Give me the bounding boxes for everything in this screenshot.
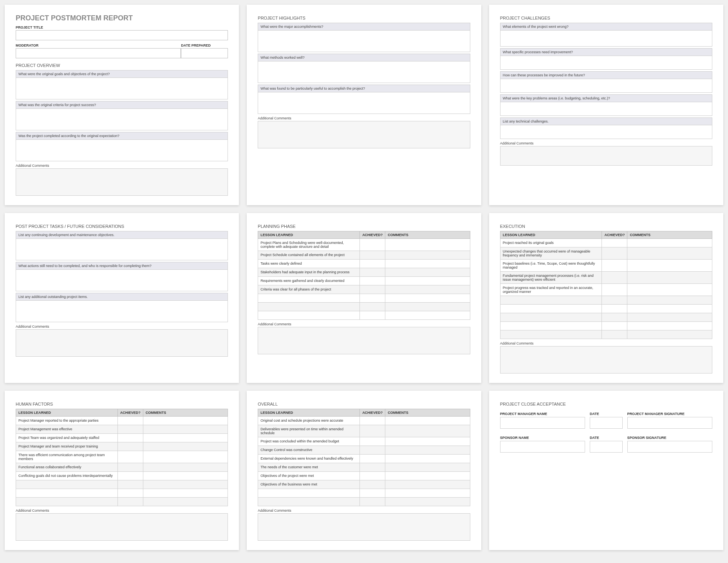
achieved-cell[interactable] (117, 480, 143, 489)
comments-cell[interactable] (385, 251, 470, 260)
p3-q4-box[interactable] (500, 102, 712, 116)
achieved-cell[interactable] (602, 296, 627, 305)
comments-cell[interactable] (385, 239, 470, 251)
achieved-cell[interactable] (117, 442, 143, 451)
achieved-cell[interactable] (360, 277, 385, 285)
achieved-cell[interactable] (602, 313, 627, 322)
comments-cell[interactable] (385, 455, 470, 463)
p8-comments-box[interactable] (258, 513, 470, 541)
achieved-cell[interactable] (602, 305, 627, 313)
achieved-cell[interactable] (360, 239, 385, 251)
comments-cell[interactable] (627, 313, 712, 322)
achieved-cell[interactable] (602, 260, 627, 272)
p3-q2-box[interactable] (500, 56, 712, 70)
comments-cell[interactable] (627, 284, 712, 296)
achieved-cell[interactable] (117, 451, 143, 463)
p4-comments-box[interactable] (16, 329, 228, 357)
p7-comments-box[interactable] (16, 513, 228, 541)
comments-cell[interactable] (143, 417, 228, 425)
comments-cell[interactable] (143, 451, 228, 463)
comments-cell[interactable] (143, 480, 228, 489)
p4-q2-box[interactable] (16, 269, 228, 291)
comments-cell[interactable] (385, 311, 470, 320)
p3-q5-box[interactable] (500, 125, 712, 139)
comments-cell[interactable] (385, 417, 470, 425)
comments-cell[interactable] (143, 442, 228, 451)
achieved-cell[interactable] (602, 330, 627, 339)
p2-q3-box[interactable] (258, 92, 470, 114)
achieved-cell[interactable] (117, 425, 143, 434)
comments-cell[interactable] (385, 480, 470, 489)
moderator-input[interactable] (16, 48, 181, 58)
p2-comments-box[interactable] (258, 121, 470, 148)
achieved-cell[interactable] (117, 417, 143, 425)
achieved-cell[interactable] (360, 268, 385, 277)
achieved-cell[interactable] (360, 425, 385, 437)
pm-sig-input[interactable] (627, 417, 712, 429)
comments-cell[interactable] (627, 330, 712, 339)
achieved-cell[interactable] (602, 239, 627, 247)
p1-q3-box[interactable] (16, 139, 228, 161)
achieved-cell[interactable] (360, 455, 385, 463)
comments-cell[interactable] (143, 472, 228, 480)
comments-cell[interactable] (385, 425, 470, 437)
achieved-cell[interactable] (360, 285, 385, 294)
comments-cell[interactable] (385, 260, 470, 268)
p1-comments-box[interactable] (16, 168, 228, 196)
p1-q1-box[interactable] (16, 78, 228, 99)
sp-name-input[interactable] (500, 441, 585, 453)
sp-sig-input[interactable] (627, 441, 712, 453)
comments-cell[interactable] (385, 463, 470, 472)
comments-cell[interactable] (385, 489, 470, 498)
pm-name-input[interactable] (500, 417, 585, 429)
achieved-cell[interactable] (360, 251, 385, 260)
achieved-cell[interactable] (360, 303, 385, 311)
comments-cell[interactable] (627, 239, 712, 247)
p5-comments-box[interactable] (258, 327, 470, 354)
comments-cell[interactable] (385, 498, 470, 506)
achieved-cell[interactable] (360, 260, 385, 268)
comments-cell[interactable] (385, 277, 470, 285)
comments-cell[interactable] (385, 303, 470, 311)
achieved-cell[interactable] (117, 434, 143, 442)
p6-comments-box[interactable] (500, 346, 712, 374)
p2-q1-box[interactable] (258, 30, 470, 52)
p4-q3-box[interactable] (16, 300, 228, 322)
achieved-cell[interactable] (360, 437, 385, 446)
achieved-cell[interactable] (360, 311, 385, 320)
achieved-cell[interactable] (360, 498, 385, 506)
comments-cell[interactable] (143, 463, 228, 472)
comments-cell[interactable] (627, 322, 712, 330)
comments-cell[interactable] (143, 498, 228, 506)
achieved-cell[interactable] (360, 446, 385, 455)
comments-cell[interactable] (385, 437, 470, 446)
comments-cell[interactable] (627, 260, 712, 272)
comments-cell[interactable] (627, 272, 712, 284)
comments-cell[interactable] (627, 296, 712, 305)
p2-q2-box[interactable] (258, 61, 470, 83)
achieved-cell[interactable] (602, 247, 627, 260)
achieved-cell[interactable] (117, 472, 143, 480)
achieved-cell[interactable] (360, 489, 385, 498)
p1-q2-box[interactable] (16, 108, 228, 130)
achieved-cell[interactable] (360, 417, 385, 425)
comments-cell[interactable] (143, 489, 228, 498)
comments-cell[interactable] (385, 472, 470, 480)
achieved-cell[interactable] (360, 294, 385, 303)
comments-cell[interactable] (385, 446, 470, 455)
achieved-cell[interactable] (117, 463, 143, 472)
p3-q3-box[interactable] (500, 79, 712, 93)
achieved-cell[interactable] (602, 284, 627, 296)
comments-cell[interactable] (385, 285, 470, 294)
achieved-cell[interactable] (117, 489, 143, 498)
pm-date-input[interactable] (590, 417, 623, 429)
achieved-cell[interactable] (602, 322, 627, 330)
comments-cell[interactable] (385, 268, 470, 277)
p3-q1-box[interactable] (500, 30, 712, 47)
achieved-cell[interactable] (360, 463, 385, 472)
achieved-cell[interactable] (360, 480, 385, 489)
project-title-input[interactable] (16, 30, 228, 40)
sp-date-input[interactable] (590, 441, 623, 453)
comments-cell[interactable] (627, 247, 712, 260)
comments-cell[interactable] (143, 434, 228, 442)
